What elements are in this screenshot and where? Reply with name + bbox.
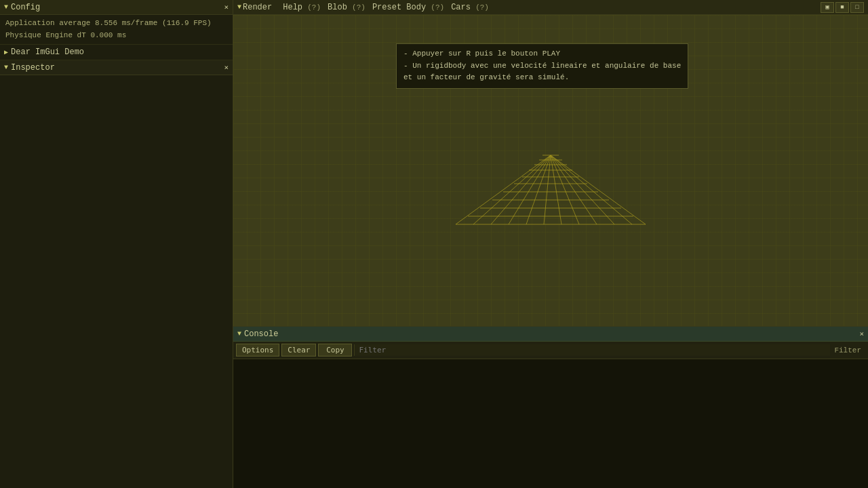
stats-line1: Application average 8.556 ms/frame (116.…: [5, 18, 227, 30]
tooltip-line3: et un facteur de gravité sera simulé.: [403, 72, 681, 84]
dear-imgui-section[interactable]: ▶ Dear ImGui Demo: [0, 44, 233, 60]
console-content[interactable]: [233, 359, 868, 488]
menu-cars[interactable]: Cars (?): [448, 2, 492, 13]
inspector-title: Inspector: [11, 63, 55, 73]
console-close-button[interactable]: ×: [859, 329, 864, 338]
config-title: Config: [11, 3, 40, 12]
tooltip-line1: - Appuyer sur R puis le bouton PLAY: [403, 48, 681, 60]
dear-imgui-label: Dear ImGui Demo: [11, 47, 84, 57]
filter-area: Filter: [354, 344, 865, 356]
render-controls: ▣ ■ □: [821, 2, 864, 13]
inspector-close-button[interactable]: ×: [224, 63, 229, 72]
svg-line-21: [551, 155, 632, 224]
menu-help[interactable]: Help (?): [280, 2, 323, 13]
stats-area: Application average 8.556 ms/frame (116.…: [0, 15, 233, 44]
tooltip-box: - Appuyer sur R puis le bouton PLAY - Un…: [396, 43, 688, 89]
render-title: Render: [243, 3, 272, 12]
console-title-group: ▼ Console: [237, 329, 278, 339]
svg-line-13: [491, 155, 551, 224]
filter-input[interactable]: [354, 344, 830, 356]
console-toolbar: Options Clear Copy Filter: [233, 342, 868, 359]
stats-line2: Physique Engine dT 0.000 ms: [5, 30, 227, 42]
inspector-collapse-arrow[interactable]: ▼: [4, 64, 8, 71]
tooltip-line2: - Un rigidbody avec une velocité lineair…: [403, 60, 681, 73]
console-header: ▼ Console ×: [233, 327, 868, 342]
render-viewport[interactable]: - Appuyer sur R puis le bouton PLAY - Un…: [233, 15, 868, 326]
copy-button[interactable]: Copy: [318, 344, 352, 357]
inspector-header: ▼ Inspector ×: [0, 60, 233, 75]
options-button[interactable]: Options: [236, 344, 279, 357]
svg-line-11: [456, 155, 551, 224]
svg-line-19: [551, 155, 597, 224]
render-btn-1[interactable]: ▣: [821, 2, 834, 13]
render-collapse-arrow[interactable]: ▼: [237, 3, 241, 11]
console-title: Console: [244, 329, 278, 339]
config-title-group: ▼ Config: [4, 3, 40, 12]
left-panel: ▼ Config × Application average 8.556 ms/…: [0, 0, 233, 488]
svg-line-20: [551, 155, 614, 224]
console-collapse-arrow[interactable]: ▼: [237, 330, 241, 338]
config-collapse-arrow[interactable]: ▼: [4, 3, 8, 11]
menu-blob[interactable]: Blob (?): [325, 2, 368, 13]
inspector-title-group: ▼ Inspector: [4, 63, 55, 73]
inspector-section: ▼ Inspector ×: [0, 60, 233, 488]
grid-3d-visualization: [442, 116, 659, 238]
render-btn-2[interactable]: ■: [835, 2, 849, 13]
render-header: ▼ Render Help (?) Blob (?) Preset Body (…: [233, 0, 868, 15]
render-menu: ▼ Render Help (?) Blob (?) Preset Body (…: [237, 2, 492, 13]
clear-button[interactable]: Clear: [281, 344, 316, 357]
render-btn-3[interactable]: □: [850, 2, 864, 13]
menu-preset-body[interactable]: Preset Body (?): [370, 2, 447, 13]
dear-imgui-arrow: ▶: [4, 48, 8, 56]
config-header: ▼ Config ×: [0, 0, 233, 15]
svg-line-12: [473, 155, 551, 224]
filter-label: Filter: [830, 346, 865, 354]
main-area: ▼ Render Help (?) Blob (?) Preset Body (…: [233, 0, 868, 488]
console-panel: ▼ Console × Options Clear Copy Filter: [233, 327, 868, 488]
render-panel: ▼ Render Help (?) Blob (?) Preset Body (…: [233, 0, 868, 327]
config-close-button[interactable]: ×: [224, 3, 229, 12]
